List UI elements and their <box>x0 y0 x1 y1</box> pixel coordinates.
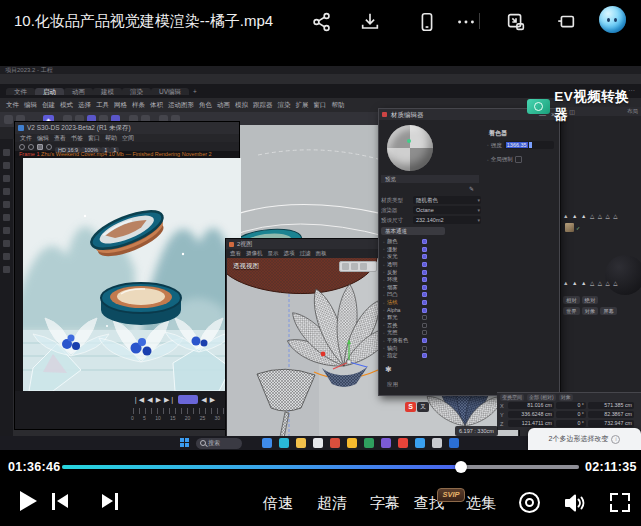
c4d-tab: 启动 <box>35 88 64 95</box>
pv-tool-icon <box>46 144 52 150</box>
player-window: 10.化妆品产品视觉建模渲染--橘子.mp4 <box>0 0 641 526</box>
c4d-menu-item: 窗口 <box>314 101 327 110</box>
prop-label: 渲染器 <box>381 207 411 214</box>
shader-field-row: ◦ 强度 1366.35 <box>487 141 554 149</box>
coordinates-panel: 变换空间全部 (相对)对象 X81.016 cm0 °571.385 cmY33… <box>497 392 641 430</box>
converter-watermark: EV视频转换器 <box>527 88 641 124</box>
channel-label: 轴向 <box>387 345 422 352</box>
fullscreen-button[interactable] <box>610 493 630 512</box>
check-icon: ✓ <box>576 225 580 231</box>
c4d-menu-item: 创建 <box>42 101 55 110</box>
subtitles-button[interactable]: 字幕 <box>370 494 400 513</box>
current-time: 01:36:46 <box>8 460 60 474</box>
c4d-menu-item: 网格 <box>114 101 127 110</box>
c4d-menu-item: 角色 <box>199 101 212 110</box>
prop-value: 232.140m2 <box>413 216 481 224</box>
coord-mode-button: 对象 <box>582 307 599 315</box>
channel-label: 漫射 <box>387 246 422 253</box>
coord-rotation: 0 ° <box>556 411 586 418</box>
channel-checkbox <box>422 270 427 275</box>
c4d-menu-item: 编辑 <box>24 101 37 110</box>
viewport-menu-item: 选项 <box>284 250 295 257</box>
c4d-menu-item: 帮助 <box>332 101 345 110</box>
c4d-menu-item: 渲染 <box>278 101 291 110</box>
pv-menu-item: 空间 <box>122 134 134 143</box>
sogou-input-bar: S 又 <box>405 402 429 412</box>
viewport-menu-item: 过滤 <box>300 250 311 257</box>
download-icon <box>359 11 381 33</box>
undo-icon <box>4 115 13 124</box>
edit-pencil-icon: ✎ <box>469 185 474 192</box>
coords-row: X81.016 cm0 °571.385 cm <box>497 401 641 410</box>
c4d-menu-item: 文件 <box>6 101 19 110</box>
seek-knob[interactable] <box>455 461 467 473</box>
coord-scale: 732.947 cm <box>588 420 634 427</box>
user-avatar[interactable] <box>599 6 626 33</box>
compact-base <box>101 283 181 325</box>
object-manager-panel: ≡ ◫ 布局 ▲ ▲ ▲ △ △ △ △ ✓ ▲ ▲ ▲ △ △ △ △ 相对绝… <box>560 107 641 392</box>
channel-checkbox <box>422 285 427 290</box>
record-circle-button[interactable] <box>519 492 540 513</box>
picture-viewer-titlebar: V2 S30-DS 2023-Beta2 (R1 未保存) <box>15 122 239 134</box>
material-channel-list: ◦颜色◦漫射◦发光◦透明◦反射◦环境◦烟雾◦凹凸◦法线◦Alpha◦辉光◦置换◦… <box>383 238 427 360</box>
share-button[interactable] <box>306 6 338 38</box>
frame-numbers: 05101520253035 <box>131 415 235 421</box>
windows-logo-icon <box>180 438 189 447</box>
material-ball-preview <box>605 255 641 295</box>
window-icon <box>382 112 387 117</box>
shader-check-label: 全局强制 <box>491 156 513 163</box>
channel-checkbox <box>422 239 427 244</box>
channel-label: 光照 <box>387 329 422 336</box>
download-button[interactable] <box>354 6 386 38</box>
coord-mode-button: 相对 <box>563 296 580 304</box>
prop-value: Octane <box>413 206 481 214</box>
channels-section-header: 基本通道 <box>381 227 445 235</box>
status-tooltip: 2个多边形选择改变 i <box>528 428 641 450</box>
c4d-tab: 动画 <box>64 88 93 95</box>
channel-checkbox <box>422 315 427 320</box>
viewport-menu-item: 面板 <box>316 250 327 257</box>
search-icon <box>200 440 206 446</box>
share-icon <box>311 11 333 33</box>
sogou-logo: S <box>405 402 416 412</box>
gear-icon: ✱ <box>385 365 392 374</box>
channel-label: 平滑着色 <box>387 337 422 344</box>
c4d-menu-item: 样条 <box>132 101 145 110</box>
coord-mode-button: 屏幕 <box>600 307 617 315</box>
channel-checkbox <box>422 300 427 305</box>
volume-button[interactable] <box>563 492 587 518</box>
shader-check-row: ◦ 全局强制 <box>487 156 522 163</box>
previous-button[interactable] <box>52 493 70 510</box>
measure-chip: 6.197 : 330cm <box>455 426 498 436</box>
channel-checkbox <box>422 292 427 297</box>
next-button[interactable] <box>100 493 118 510</box>
channel-checkbox <box>422 346 427 351</box>
channel-label: Alpha <box>387 307 422 313</box>
miniplayer-icon <box>505 11 527 33</box>
prop-label: 材质类型 <box>381 197 411 204</box>
c4d-tab: 渲染 <box>122 88 151 95</box>
viewport-menu-item: 查看 <box>230 250 241 257</box>
taskbar-app-icon <box>347 438 357 448</box>
speed-button[interactable]: 倍速 <box>263 494 293 513</box>
c4d-menu-item: 跟踪器 <box>253 101 273 110</box>
channel-label: 指定 <box>387 352 422 359</box>
phone-mirror-button[interactable] <box>411 6 443 38</box>
coords-row: Z121.4711 cm0 °732.947 cm <box>497 419 641 428</box>
c4d-tab: 文件 <box>6 88 35 95</box>
play-button[interactable] <box>20 491 37 511</box>
more-button[interactable] <box>450 6 482 38</box>
recorded-titlebar: 项目2023.2 - 工程 <box>0 66 641 74</box>
tv-cast-button[interactable] <box>550 6 582 38</box>
miniplayer-button[interactable] <box>500 6 532 38</box>
quality-button[interactable]: 超清 <box>317 494 347 513</box>
video-surface[interactable]: 项目2023.2 - 工程 文件启动动画建模渲染UV编辑+ ⋯ 文件编辑创建模式… <box>0 45 641 455</box>
coord-scale: 571.385 cm <box>588 402 634 409</box>
coord-mode-button: 世界 <box>563 307 580 315</box>
material-editor-window: 材质编辑器 — × 预览 ✎ 材质类型随机着色渲染器Octane预设尺寸232.… <box>378 108 560 396</box>
viewport-label: 透视视图 <box>233 262 259 271</box>
episodes-button[interactable]: 选集 <box>466 494 496 513</box>
seek-bar[interactable] <box>62 465 579 469</box>
taskbar-app-icon <box>381 438 391 448</box>
text-cursor <box>529 142 532 148</box>
